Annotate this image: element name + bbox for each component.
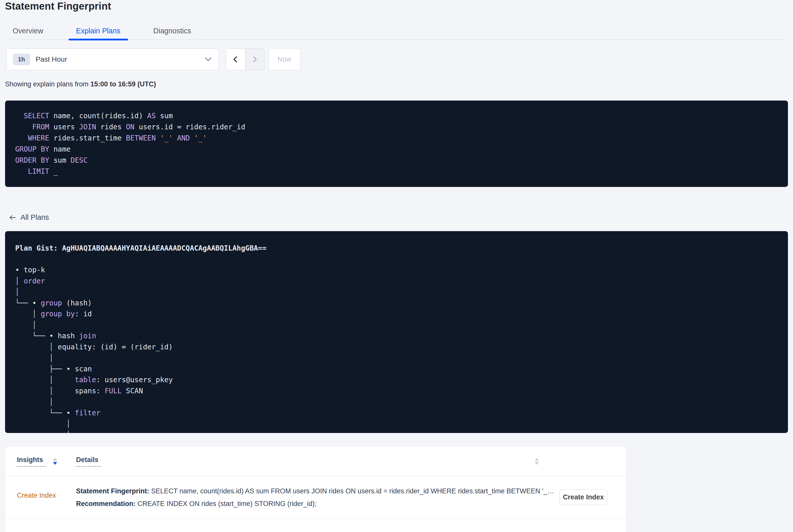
sort-desc-icon[interactable] xyxy=(53,458,57,465)
create-index-button[interactable]: Create Index xyxy=(560,490,607,505)
insight-details: Statement Fingerprint: SELECT name, coun… xyxy=(76,485,554,510)
table-row: Create Index Statement Fingerprint: SELE… xyxy=(5,476,626,519)
tab-bar: Overview Explain Plans Diagnostics xyxy=(5,23,788,40)
time-range-dropdown[interactable]: 1h Past Hour xyxy=(6,49,219,70)
chevron-left-icon xyxy=(232,56,239,63)
chevron-down-icon xyxy=(205,57,211,61)
chevron-right-icon xyxy=(251,56,259,63)
column-header-insights[interactable]: Insights xyxy=(17,456,57,467)
explain-plan-panel: Plan Gist: AgHUAQIABQAAAAHYAQIAiAEAAAADC… xyxy=(5,231,788,433)
status-time-range: 15:00 to 16:59 (UTC) xyxy=(91,80,156,88)
interval-badge: 1h xyxy=(13,54,30,65)
next-time-button[interactable] xyxy=(245,49,264,70)
plan-gist: Plan Gist: AgHUAQIABQAAAAHYAQIAiAEAAAADC… xyxy=(15,243,778,254)
insights-table-header: Insights Details xyxy=(5,446,626,476)
status-prefix: Showing explain plans from xyxy=(5,80,91,88)
page-title: Statement Fingerprint xyxy=(5,0,111,12)
tab-explain-plans[interactable]: Explain Plans xyxy=(69,23,128,39)
arrow-left-icon xyxy=(8,214,16,221)
details-header-label: Details xyxy=(76,456,101,467)
time-range-label: Past Hour xyxy=(36,55,67,63)
time-step-button-group xyxy=(226,49,264,70)
column-header-details[interactable]: Details xyxy=(76,456,101,467)
sql-statement-panel: SELECT name, count(rides.id) AS sum FROM… xyxy=(5,100,788,187)
plan-tree: • top-k │ order │ └── • group (hash) │ g… xyxy=(15,265,778,433)
statement-fingerprint-page: Statement Fingerprint Overview Explain P… xyxy=(0,0,793,532)
insights-table: Insights Details Create Index Statement … xyxy=(5,446,627,532)
sort-icon[interactable] xyxy=(535,458,539,465)
status-line: Showing explain plans from 15:00 to 16:5… xyxy=(5,80,156,88)
all-plans-back-link[interactable]: All Plans xyxy=(8,213,49,222)
now-button[interactable]: Now xyxy=(269,49,300,70)
back-link-label: All Plans xyxy=(20,213,49,222)
prev-time-button[interactable] xyxy=(226,49,245,70)
tab-overview[interactable]: Overview xyxy=(5,23,51,39)
insight-type-link[interactable]: Create Index xyxy=(17,492,56,499)
time-controls: 1h Past Hour Now xyxy=(6,49,300,70)
insights-header-label: Insights xyxy=(17,456,46,467)
sql-statement: SELECT name, count(rides.id) AS sum FROM… xyxy=(15,110,778,177)
tab-diagnostics[interactable]: Diagnostics xyxy=(146,23,199,39)
